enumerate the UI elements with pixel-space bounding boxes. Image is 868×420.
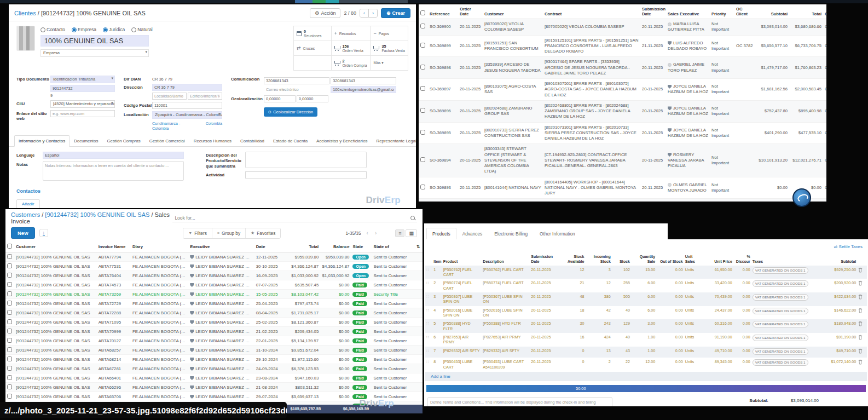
unit-price-cell[interactable]: 33,420.00 <box>703 279 733 292</box>
stat-reuniones[interactable]: 0Reuniones <box>294 26 332 41</box>
company-name-input[interactable] <box>40 35 149 47</box>
col-executive[interactable]: Executive <box>188 241 254 252</box>
quantity-sale-cell[interactable]: 12.00 <box>631 358 656 371</box>
order-row[interactable]: SO-369900 20-11-2025 [807005020] VEOLIA … <box>419 19 826 36</box>
quantity-sale-cell[interactable]: 3.00 <box>631 319 656 333</box>
taxes-cell[interactable]: VAT GENERATED ON GOODS 1 <box>751 333 819 347</box>
product-cell[interactable]: [P550453] LUBE CART <box>442 358 482 371</box>
taxes-cell[interactable]: VAT GENERATED ON GOODS 1 <box>751 279 819 292</box>
tax-tag[interactable]: VAT GENERATED ON GOODS 1 <box>753 308 808 314</box>
pager-next-button[interactable]: › <box>374 230 378 236</box>
row-checkbox[interactable] <box>420 86 425 91</box>
drag-handle-icon[interactable]: ∷ <box>426 281 429 285</box>
filters-button[interactable]: ▼Filters <box>183 228 212 238</box>
submission-date-cell[interactable]: 20-11-2025 <box>530 333 560 347</box>
col-date[interactable]: Date <box>254 241 283 252</box>
unit-sales-cell[interactable]: Units <box>684 319 703 333</box>
select-all-checkbox[interactable] <box>7 244 12 249</box>
col-reference[interactable]: Reference <box>428 4 458 19</box>
unit-sales-cell[interactable]: Units <box>684 279 703 292</box>
row-checkbox[interactable] <box>420 157 425 162</box>
descripcion-box[interactable] <box>245 152 367 168</box>
product-cell[interactable]: [P550774] FUEL CART <box>442 279 482 292</box>
col-invoice-name[interactable]: Invoice Name <box>97 241 131 252</box>
row-checkbox[interactable] <box>7 301 12 306</box>
submission-date-cell[interactable]: 20-11-2025 <box>530 347 560 358</box>
direccion-input[interactable] <box>152 84 222 91</box>
tax-tag[interactable]: VAT GENERATED ON GOODS 1 <box>753 335 808 341</box>
trash-icon[interactable] <box>858 294 863 300</box>
terms-textarea[interactable] <box>427 397 612 406</box>
row-checkbox[interactable] <box>7 394 12 399</box>
discount-cell[interactable]: 0.00 <box>733 266 751 279</box>
order-row[interactable]: SO-369892 20-11-2025 [91267838] JORGE OM… <box>419 199 826 202</box>
correo-placeholder-input[interactable] <box>264 86 329 93</box>
invoice-row[interactable]: [901244732] 100% GENUINE OIL SAS ABTA777… <box>5 252 423 262</box>
telefono2-input[interactable] <box>331 77 396 84</box>
product-row[interactable]: ∷ 3 [P550367] LUBE SPIN ON [P550367] LUB… <box>425 292 867 306</box>
form-tab[interactable]: Gestión Compras <box>102 135 144 147</box>
row-checkbox[interactable] <box>7 254 12 259</box>
form-tab[interactable]: Información y Contactos <box>14 135 70 147</box>
col-diary[interactable]: Diary <box>131 241 188 252</box>
form-tab[interactable]: Documentos <box>70 135 102 147</box>
discount-cell[interactable]: 0.00 <box>733 292 751 306</box>
telefono1-input[interactable] <box>264 77 329 84</box>
unit-price-cell[interactable]: 61,950.00 <box>703 266 733 279</box>
description-cell[interactable]: [P550388] HYD FLTR <box>482 319 530 333</box>
geo-lat-input[interactable] <box>264 95 296 102</box>
order-form-tab[interactable]: Electronic Billing <box>488 228 534 240</box>
new-button[interactable]: New <box>11 227 35 239</box>
col-currency[interactable]: Currency <box>823 4 826 19</box>
row-checkbox[interactable] <box>7 384 12 389</box>
stat-mas-button[interactable]: Más ▾ <box>371 56 408 71</box>
stat-orden-compra[interactable]: 2Orden Compra <box>332 56 371 71</box>
unit-sales-cell[interactable]: Units <box>684 347 703 358</box>
drag-handle-icon[interactable]: ∷ <box>426 349 429 353</box>
row-checkbox[interactable] <box>7 347 12 352</box>
taxes-cell[interactable]: VAT GENERATED ON GOODS 1 <box>751 358 819 371</box>
radio-input[interactable] <box>40 27 45 32</box>
unit-sales-cell[interactable]: Units <box>684 333 703 347</box>
order-form-tab[interactable]: Other Information <box>534 228 581 240</box>
next-record-button[interactable]: › <box>368 9 377 17</box>
geo-lng-input[interactable] <box>297 95 328 102</box>
nit-input[interactable] <box>50 85 115 92</box>
edificio-input[interactable] <box>188 93 222 100</box>
form-tab[interactable]: Accionistas y Beneficiarios <box>312 135 372 147</box>
product-row[interactable]: ∷ 8 [P550453] LUBE CART [P550453] LUBE C… <box>425 358 867 371</box>
favorites-button[interactable]: ★Favorites <box>245 228 280 238</box>
pivot-view-button[interactable]: ▦ <box>406 229 417 237</box>
taxes-cell[interactable]: VAT GENERATED ON GOODS 1 <box>751 347 819 358</box>
tax-tag[interactable]: VAT GENERATED ON GOODS 1 <box>753 321 808 327</box>
tax-tag[interactable]: VAT GENERATED ON GOODS 1 <box>753 280 808 287</box>
taxes-cell[interactable]: VAT GENERATED ON GOODS 1 <box>751 306 819 320</box>
localidad-input[interactable] <box>152 93 187 100</box>
search-bar[interactable] <box>172 214 417 222</box>
radio-input[interactable] <box>131 27 136 32</box>
description-cell[interactable]: [P550762] FUEL CART <box>482 266 530 279</box>
product-row[interactable]: ∷ 6 [P827653] AIR PRMY [P827653] AIR PRM… <box>425 333 867 347</box>
discount-cell[interactable]: 0.00 <box>733 358 751 371</box>
import-button[interactable]: ↓ <box>39 229 49 237</box>
col-total[interactable]: Total <box>283 241 320 252</box>
submission-date-cell[interactable]: 20-11-2025 <box>530 319 560 333</box>
tax-tag[interactable]: VAT GENERATED ON GOODS 1 <box>753 359 808 366</box>
breadcrumb-customer-link[interactable]: [901244732] 100% GENUINE OIL SAS <box>45 211 149 218</box>
trash-icon[interactable] <box>858 308 863 313</box>
stat-factura-venta[interactable]: 35Factura Venta <box>371 41 408 56</box>
invoice-row[interactable]: [901244732] 100% GENUINE OIL SAS ABTA662… <box>5 383 423 392</box>
description-cell[interactable]: [P502016] LUBE SPIN ON <box>482 306 530 320</box>
row-checkbox[interactable] <box>7 282 12 287</box>
col-order-date[interactable]: Order Date <box>458 4 483 19</box>
product-row[interactable]: ∷ 2 [P550774] FUEL CART [P550774] FUEL C… <box>425 279 867 292</box>
partner-type-radio[interactable]: Empresa <box>72 27 96 32</box>
form-tab[interactable]: Gestión Comercial <box>145 135 189 147</box>
row-checkbox[interactable] <box>420 43 425 48</box>
col-customer[interactable]: Customer <box>483 4 543 19</box>
drag-handle-icon[interactable]: ∷ <box>426 295 429 298</box>
invoice-row[interactable]: [901244732] 100% GENUINE OIL SAS ABTA682… <box>5 355 423 364</box>
col-sales-executive[interactable]: Sales Executive <box>666 4 710 19</box>
taxes-cell[interactable]: VAT GENERATED ON GOODS 1 <box>751 266 819 279</box>
taxes-cell[interactable]: VAT GENERATED ON GOODS 1 <box>751 319 819 333</box>
